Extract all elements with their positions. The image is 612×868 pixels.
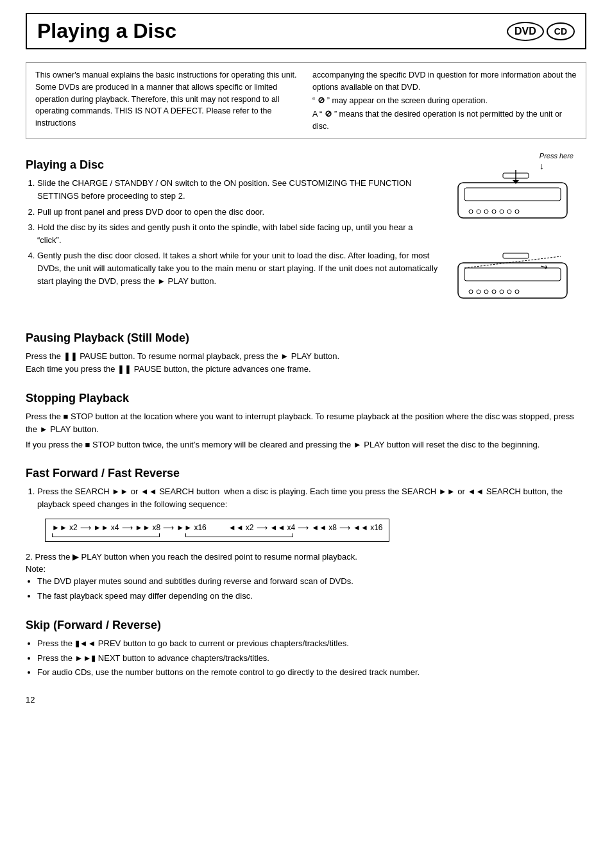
svg-point-21 xyxy=(515,290,519,294)
section-stop-title: Stopping Playback xyxy=(26,392,586,405)
svg-point-3 xyxy=(477,210,480,213)
info-text-right: accompanying the specific DVD in questio… xyxy=(312,71,576,131)
info-box-left: This owner's manual explains the basic i… xyxy=(35,69,300,132)
fast-steps: Press the SEARCH ►► or ◄◄ SEARCH button … xyxy=(26,485,586,511)
svg-rect-22 xyxy=(503,253,529,258)
section-skip-title: Skip (Forward / Reverse) xyxy=(26,619,586,632)
bracket-row xyxy=(52,533,382,537)
section-fast: Fast Forward / Fast Reverse Press the SE… xyxy=(26,467,586,603)
disc-badges: DVD CD xyxy=(507,22,575,41)
bracket-spacer xyxy=(160,533,185,537)
svg-point-20 xyxy=(507,290,511,294)
section-playing: Playing a Disc Slide the CHARGE / STANDB… xyxy=(26,152,586,316)
fast-step-1: Press the SEARCH ►► or ◄◄ SEARCH button … xyxy=(37,485,586,511)
fast-step-2-text: Press the ▶ PLAY button when you reach t… xyxy=(35,552,357,562)
arrow3: ⟶ xyxy=(163,523,174,532)
arrow4: ⟶ xyxy=(257,523,268,532)
svg-point-8 xyxy=(515,210,519,213)
device-top: Press here ↓ xyxy=(452,152,580,236)
note-label: Note: xyxy=(26,564,46,574)
svg-point-2 xyxy=(469,210,473,213)
press-here-label: Press here xyxy=(540,152,574,160)
speed-sequence-row: ►► x2 ⟶ ►► x4 ⟶ ►► x8 ⟶ ►► x16 ◄◄ x2 ⟶ ◄… xyxy=(52,523,382,532)
fast-note-2: The fast playback speed may differ depen… xyxy=(37,590,586,603)
svg-point-18 xyxy=(492,290,496,294)
section-skip: Skip (Forward / Reverse) Press the ▮◄◄ P… xyxy=(26,619,586,680)
fwd-bracket xyxy=(52,533,160,537)
fast-step-number: 2. xyxy=(26,552,35,562)
skip-items: Press the ▮◄◄ PREV button to go back to … xyxy=(26,637,586,680)
page-header: Playing a Disc DVD CD xyxy=(26,13,586,49)
dvd-badge: DVD xyxy=(507,22,544,41)
arrow5: ⟶ xyxy=(298,523,309,532)
fast-note-1: The DVD player mutes sound and subtitles… xyxy=(37,575,586,588)
svg-point-7 xyxy=(507,210,511,213)
svg-point-6 xyxy=(500,210,504,213)
skip-item-1: Press the ▮◄◄ PREV button to go back to … xyxy=(37,637,586,651)
skip-item-3: For audio CDs, use the number buttons on… xyxy=(37,666,586,680)
step-4: Gently push the disc door closed. It tak… xyxy=(37,249,439,288)
stop-text-2: If you press the ■ STOP button twice, th… xyxy=(26,438,586,451)
step-2: Pull up front panel and press DVD door t… xyxy=(37,206,439,219)
section-pause: Pausing Playback (Still Mode) Press the … xyxy=(26,331,586,376)
arrow2: ⟶ xyxy=(122,523,133,532)
skip-item-2: Press the ►►▮ NEXT button to advance cha… xyxy=(37,652,586,665)
rew-bracket xyxy=(185,533,293,537)
info-box-right: accompanying the specific DVD in questio… xyxy=(312,69,577,132)
step-1: Slide the CHARGE / STANDBY / ON switch t… xyxy=(37,177,439,203)
playing-text: Playing a Disc Slide the CHARGE / STANDB… xyxy=(26,152,439,316)
svg-point-17 xyxy=(484,290,488,294)
page-title: Playing a Disc xyxy=(37,19,176,43)
speed-diagram: ►► x2 ⟶ ►► x4 ⟶ ►► x8 ⟶ ►► x16 ◄◄ x2 ⟶ ◄… xyxy=(45,519,389,542)
page-number: 12 xyxy=(26,695,586,705)
fwd-x16: ►► x16 xyxy=(176,523,206,532)
svg-marker-10 xyxy=(513,180,519,184)
spacer xyxy=(214,523,221,532)
svg-point-4 xyxy=(484,210,488,213)
cd-badge: CD xyxy=(547,22,575,40)
section-pause-title: Pausing Playback (Still Mode) xyxy=(26,331,586,345)
section-fast-title: Fast Forward / Fast Reverse xyxy=(26,467,586,480)
fast-notes: The DVD player mutes sound and subtitles… xyxy=(26,575,586,603)
device-bottom: ↘ xyxy=(452,250,580,316)
svg-point-16 xyxy=(477,290,480,294)
section-stop: Stopping Playback Press the ■ STOP butto… xyxy=(26,392,586,451)
svg-point-19 xyxy=(500,290,504,294)
arrow1: ⟶ xyxy=(80,523,91,532)
fast-note: Note: The DVD player mutes sound and sub… xyxy=(26,564,586,603)
playing-steps: Slide the CHARGE / STANDBY / ON switch t… xyxy=(26,177,439,288)
pause-body: Press the ❚❚ PAUSE button. To resume nor… xyxy=(26,350,586,376)
svg-point-15 xyxy=(469,290,473,294)
fwd-x2: ►► x2 xyxy=(52,523,78,532)
fwd-x4: ►► x4 xyxy=(94,523,119,532)
stop-text-1: Press the ■ STOP button at the location … xyxy=(26,410,586,436)
rew-x16: ◄◄ x16 xyxy=(353,523,382,532)
arrow6: ⟶ xyxy=(339,523,350,532)
stop-body: Press the ■ STOP button at the location … xyxy=(26,410,586,451)
device-svg-bottom xyxy=(452,250,580,314)
device-svg-top xyxy=(452,170,580,234)
fast-step-2-wrap: 2. Press the ▶ PLAY button when you reac… xyxy=(26,552,586,562)
svg-point-5 xyxy=(492,210,496,213)
info-text-left: This owner's manual explains the basic i… xyxy=(35,71,296,128)
section-playing-title: Playing a Disc xyxy=(26,158,439,172)
rew-x8: ◄◄ x8 xyxy=(311,523,337,532)
step-3: Hold the disc by its sides and gently pu… xyxy=(37,221,439,247)
svg-rect-1 xyxy=(464,188,561,201)
pause-text-2: Each time you press the ❚❚ PAUSE button,… xyxy=(26,363,586,376)
rew-x4: ◄◄ x4 xyxy=(270,523,296,532)
info-box: This owner's manual explains the basic i… xyxy=(26,62,586,139)
fwd-x8: ►► x8 xyxy=(135,523,161,532)
rew-x2: ◄◄ x2 xyxy=(228,523,254,532)
device-illustration: Press here ↓ xyxy=(445,152,586,316)
pause-text-1: Press the ❚❚ PAUSE button. To resume nor… xyxy=(26,350,586,363)
press-arrow: ↓ xyxy=(540,161,544,171)
